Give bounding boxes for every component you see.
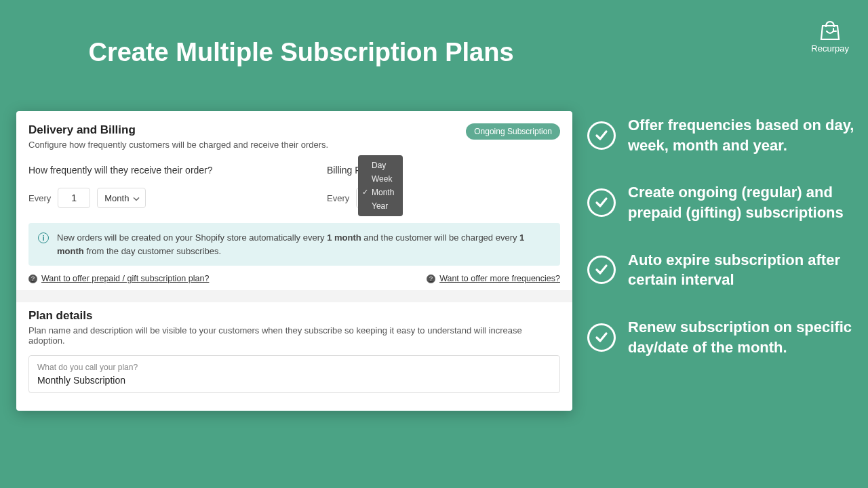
delivery-unit-select[interactable]: Month bbox=[97, 188, 146, 208]
feature-item: Renew subscription on specific day/date … bbox=[587, 317, 854, 357]
bag-icon bbox=[818, 19, 842, 41]
feature-item: Create ongoing (regular) and prepaid (gi… bbox=[587, 182, 854, 222]
delivery-quantity-input[interactable] bbox=[58, 188, 90, 208]
section-divider bbox=[16, 290, 572, 302]
feature-list: Offer frequencies based on day, week, mo… bbox=[587, 115, 854, 385]
info-icon: i bbox=[38, 232, 49, 243]
info-banner: i New orders will be created on your Sho… bbox=[28, 223, 560, 266]
brand-name: Recurpay bbox=[811, 43, 849, 54]
feature-text: Offer frequencies based on day, week, mo… bbox=[628, 115, 854, 155]
plan-details-subtitle: Plan name and description will be visibl… bbox=[28, 325, 560, 346]
check-circle-icon bbox=[587, 121, 616, 150]
every-label: Every bbox=[327, 193, 349, 203]
delivery-unit-value: Month bbox=[104, 193, 129, 203]
feature-text: Renew subscription on specific day/date … bbox=[628, 317, 854, 357]
card-subtitle: Configure how frequently customers will … bbox=[28, 140, 328, 150]
dropdown-option-month[interactable]: Month bbox=[358, 186, 403, 199]
prepaid-help-link[interactable]: ? Want to offer prepaid / gift subscript… bbox=[28, 274, 209, 283]
delivery-frequency-label: How frequently will they receive their o… bbox=[28, 165, 273, 176]
plan-name-label: What do you call your plan? bbox=[37, 363, 551, 372]
feature-item: Offer frequencies based on day, week, mo… bbox=[587, 115, 854, 155]
subscription-type-badge[interactable]: Ongoing Subscription bbox=[466, 123, 560, 140]
more-frequencies-help-link[interactable]: ? Want to offer more frequencies? bbox=[427, 274, 560, 283]
every-label: Every bbox=[28, 193, 51, 203]
check-circle-icon bbox=[587, 256, 616, 284]
billing-unit-dropdown[interactable]: Day Week Month Year bbox=[358, 155, 403, 216]
page-title: Create Multiple Subscription Plans bbox=[16, 0, 586, 67]
check-circle-icon bbox=[587, 323, 616, 352]
card-title: Delivery and Billing bbox=[28, 123, 328, 137]
delivery-billing-card: Delivery and Billing Configure how frequ… bbox=[16, 111, 572, 411]
info-text: New orders will be created on your Shopi… bbox=[57, 231, 551, 258]
plan-name-input[interactable]: What do you call your plan? Monthly Subs… bbox=[28, 355, 560, 393]
question-icon: ? bbox=[427, 274, 435, 283]
chevron-down-icon bbox=[133, 193, 140, 203]
brand-logo: Recurpay bbox=[811, 19, 849, 54]
dropdown-option-year[interactable]: Year bbox=[358, 199, 403, 213]
check-circle-icon bbox=[587, 188, 616, 217]
feature-text: Auto expire subscription after certain i… bbox=[628, 250, 854, 290]
plan-details-title: Plan details bbox=[28, 309, 560, 323]
plan-name-value: Monthly Subscription bbox=[37, 375, 551, 386]
feature-text: Create ongoing (regular) and prepaid (gi… bbox=[628, 182, 854, 222]
feature-item: Auto expire subscription after certain i… bbox=[587, 250, 854, 290]
question-icon: ? bbox=[28, 274, 37, 283]
dropdown-option-week[interactable]: Week bbox=[358, 172, 403, 186]
dropdown-option-day[interactable]: Day bbox=[358, 159, 403, 172]
